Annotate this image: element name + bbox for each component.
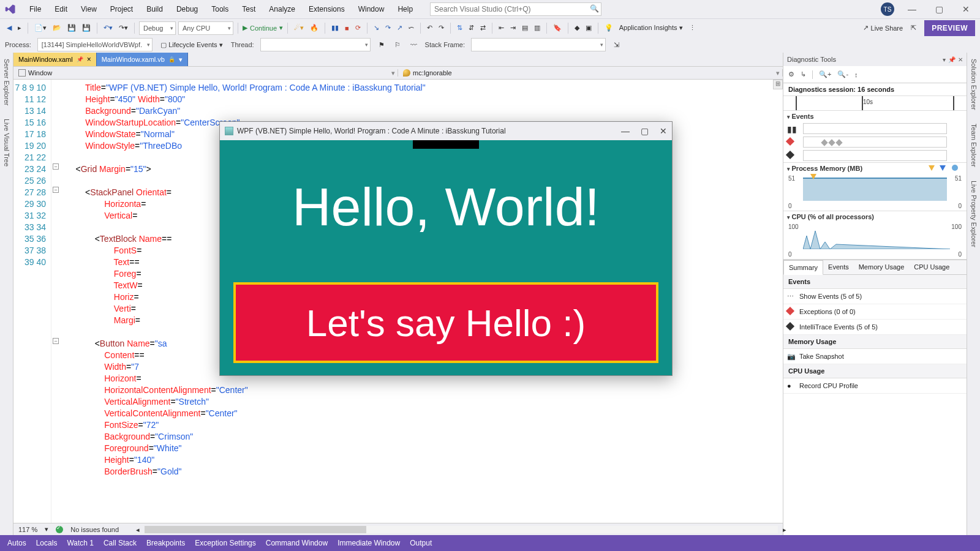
pin-icon[interactable]: 📌 <box>948 56 956 63</box>
scroll-thumb[interactable] <box>145 526 366 533</box>
team-explorer-tab[interactable]: Team Explorer <box>969 120 979 171</box>
exceptions-link[interactable]: Exceptions (0 of 0) <box>783 304 967 320</box>
tab-autos[interactable]: Autos <box>7 539 26 547</box>
search-input[interactable] <box>430 2 601 16</box>
show-next-icon[interactable]: ↶ <box>425 23 434 33</box>
timeline-ruler[interactable]: 10s <box>783 96 967 111</box>
dropdown-icon[interactable]: ▾ <box>943 56 946 63</box>
fold-icon[interactable]: − <box>53 187 59 193</box>
nav-fwd-icon[interactable]: ▸ <box>16 23 23 33</box>
menu-help[interactable]: Help <box>391 2 419 16</box>
menu-project[interactable]: Project <box>104 2 139 16</box>
tab-events[interactable]: Events <box>823 260 854 274</box>
preview-button[interactable]: PREVIEW <box>924 20 975 36</box>
close-icon[interactable]: ✕ <box>958 56 963 63</box>
menu-extensions[interactable]: Extensions <box>303 2 351 16</box>
step-over-icon[interactable]: ↷ <box>383 23 393 33</box>
menu-test[interactable]: Test <box>236 2 262 16</box>
event-marker[interactable] <box>828 139 835 146</box>
menu-analyze[interactable]: Analyze <box>263 2 301 16</box>
show-events-link[interactable]: ⋯Show Events (5 of 5) <box>783 289 967 304</box>
lifecycle-icon[interactable]: ▢ Lifecycle Events ▾ <box>159 40 225 50</box>
stack-dropdown[interactable] <box>471 38 606 51</box>
process-dropdown[interactable]: [13144] SimpleHelloWorldVBWpf. <box>37 38 153 51</box>
event-lane[interactable] <box>803 150 947 161</box>
tab-mainwindow-xaml-vb[interactable]: MainWindow.xaml.vb 🔒 ▾ <box>97 53 188 66</box>
split-icon[interactable]: ⊞ <box>773 80 783 89</box>
horizontal-scrollbar[interactable]: ◂▸ <box>145 526 778 533</box>
menu-debug[interactable]: Debug <box>170 2 204 16</box>
livetree2-icon[interactable]: ▣ <box>584 23 594 33</box>
pause-icon[interactable]: ▮▮ <box>787 124 797 134</box>
overflow-icon[interactable]: ⇲ <box>612 40 621 50</box>
tab-output[interactable]: Output <box>410 539 432 547</box>
debug-adorner[interactable] <box>413 140 479 149</box>
memory-header[interactable]: Process Memory (MB) <box>783 163 967 174</box>
take-snapshot-link[interactable]: 📷Take Snapshot <box>783 349 967 364</box>
zoom-in-icon[interactable]: 🔍+ <box>819 70 831 78</box>
fold-icon[interactable]: − <box>53 163 59 170</box>
menu-tools[interactable]: Tools <box>205 2 235 16</box>
menu-file[interactable]: File <box>23 2 47 16</box>
step-into-icon[interactable]: ↘ <box>372 23 381 33</box>
step-out-icon[interactable]: ↗ <box>395 23 404 33</box>
continue-button[interactable]: ▶Continue ▾ <box>243 24 283 32</box>
reset-view-icon[interactable]: ↕ <box>854 71 858 78</box>
feedback-icon[interactable]: ⇱ <box>909 23 918 33</box>
nav-scope-dropdown[interactable]: Window <box>13 69 398 77</box>
stop-icon[interactable]: ■ <box>343 23 351 33</box>
tab-memory-usage[interactable]: Memory Usage <box>854 260 910 274</box>
app-minimize-button[interactable]: — <box>621 126 630 136</box>
config-dropdown[interactable]: Debug <box>139 21 176 35</box>
close-tab-icon[interactable]: × <box>87 55 91 64</box>
intellitrace-link[interactable]: IntelliTrace Events (5 of 5) <box>783 320 967 335</box>
cpu-header[interactable]: CPU (% of all processors) <box>783 211 967 222</box>
tab-exception-settings[interactable]: Exception Settings <box>195 539 255 547</box>
step-back-icon[interactable]: ⤺ <box>407 23 416 33</box>
tab-locals[interactable]: Locals <box>36 539 58 547</box>
open-icon[interactable]: 📂 <box>51 23 63 33</box>
live-property-explorer-tab[interactable]: Live Property Explorer <box>969 177 979 251</box>
close-button[interactable]: ✕ <box>957 4 975 14</box>
search-icon[interactable]: 🔍 <box>590 4 599 13</box>
new-item-icon[interactable]: 📄▾ <box>32 23 48 33</box>
more-icon[interactable]: ⋮ <box>687 23 698 33</box>
zoom-out-icon[interactable]: 🔍- <box>837 70 848 78</box>
menu-view[interactable]: View <box>75 2 103 16</box>
break-all-icon[interactable]: ▮▮ <box>330 23 341 33</box>
scroll-left-icon[interactable]: ◂ <box>136 526 140 534</box>
bulb-icon[interactable]: 💡 <box>603 23 615 33</box>
dropdown-icon[interactable]: ▾ <box>179 56 183 64</box>
say-hello-button[interactable]: Let's say Hello :) <box>233 282 658 363</box>
indent-left-icon[interactable]: ⇤ <box>497 23 506 33</box>
hotreload-icon[interactable]: 🔥 <box>308 23 320 33</box>
event-marker[interactable] <box>821 139 827 146</box>
liveshare-button[interactable]: ↗ Live Share <box>863 24 903 32</box>
undo-icon[interactable]: ↶▾ <box>102 23 115 33</box>
zoom-level[interactable]: 117 % <box>18 526 37 533</box>
event-lane[interactable] <box>803 123 947 134</box>
t3-icon[interactable]: ⇄ <box>478 23 488 33</box>
show-threads-icon[interactable]: ↷ <box>437 23 446 33</box>
select-tools-icon[interactable]: ↳ <box>801 70 806 78</box>
event-marker[interactable] <box>835 139 842 146</box>
tab-cpu-usage[interactable]: CPU Usage <box>909 260 954 274</box>
restart-icon[interactable]: ⟳ <box>353 23 363 33</box>
t2-icon[interactable]: ⇵ <box>467 23 476 33</box>
events-header[interactable]: Events <box>783 111 967 122</box>
flag2-icon[interactable]: ⚐ <box>393 40 402 50</box>
app-title-bar[interactable]: WPF (VB.NET) Simple Hello, World! Progra… <box>220 122 672 140</box>
app-maximize-button[interactable]: ▢ <box>641 126 649 136</box>
user-avatar[interactable]: TS <box>881 2 894 16</box>
memory-graph[interactable]: 51 51 0 0 <box>787 175 963 209</box>
t-icon[interactable]: ⇅ <box>455 23 464 33</box>
live-visual-tree-tab[interactable]: Live Visual Tree <box>2 115 12 170</box>
nav-member-dropdown[interactable]: mc:Ignorable <box>398 69 783 77</box>
menu-edit[interactable]: Edit <box>48 2 74 16</box>
minimize-button[interactable]: — <box>903 4 921 14</box>
appinsights-button[interactable]: Application Insights ▾ <box>617 23 685 33</box>
running-app-window[interactable]: WPF (VB.NET) Simple Hello, World! Progra… <box>219 121 673 376</box>
maximize-button[interactable]: ▢ <box>930 4 948 14</box>
record-cpu-link[interactable]: ●Record CPU Profile <box>783 378 967 394</box>
tab-command-window[interactable]: Command Window <box>266 539 328 547</box>
